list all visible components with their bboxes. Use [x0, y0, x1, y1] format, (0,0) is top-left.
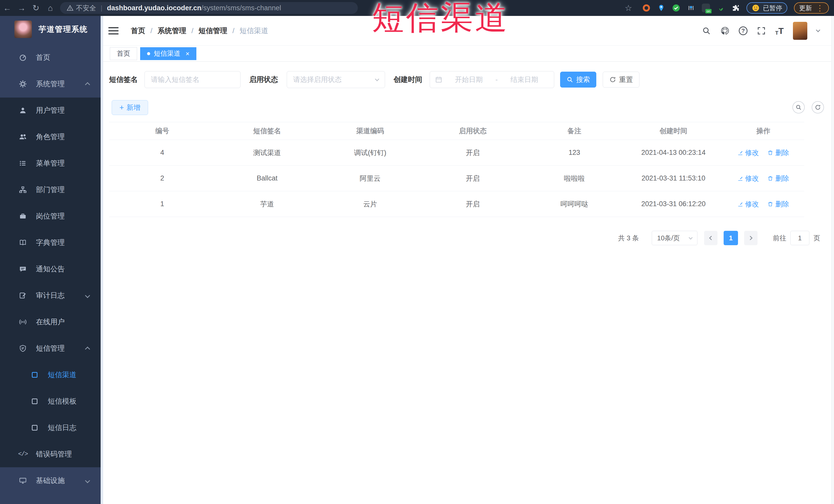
refresh-icon	[609, 76, 616, 83]
delete-link[interactable]: 删除	[768, 199, 789, 209]
forward-icon[interactable]: →	[14, 3, 29, 13]
cell-sign: 芋道	[215, 199, 319, 209]
sidebar-item-label: 菜单管理	[36, 158, 65, 168]
breadcrumb-separator: /	[233, 27, 235, 35]
sidebar-item-sms-log[interactable]: 短信日志	[0, 414, 101, 441]
tab-sms-channel[interactable]: 短信渠道 ×	[140, 47, 196, 60]
trash-icon	[768, 201, 773, 207]
breadcrumb-item[interactable]: 系统管理	[158, 26, 186, 36]
chevron-up-icon	[85, 82, 90, 87]
sprout-extension-icon[interactable]	[717, 4, 725, 12]
table-row: 4 测试渠道 调试(钉钉) 开启 123 2021-04-13 00:23:14…	[109, 140, 804, 166]
cell-status: 开启	[421, 199, 524, 209]
breadcrumb-item[interactable]: 首页	[131, 26, 145, 36]
close-icon[interactable]: ×	[185, 50, 190, 57]
sidebar-item-system-management[interactable]: 系统管理	[0, 71, 101, 97]
column-header: 渠道编码	[319, 126, 421, 136]
sliders-extension-icon[interactable]	[687, 4, 695, 12]
tab-home[interactable]: 首页	[110, 47, 137, 60]
add-button[interactable]: + 新增	[112, 100, 148, 115]
search-button[interactable]: 搜索	[560, 72, 596, 88]
font-size-icon[interactable]: TT	[775, 26, 784, 36]
gear-icon	[19, 80, 27, 88]
sidebar-item-notice[interactable]: 通知公告	[0, 256, 101, 282]
sidebar-item-menu-management[interactable]: 菜单管理	[0, 150, 101, 176]
time-label: 创建时间	[394, 75, 422, 85]
cell-remark: 呵呵呵哒	[524, 199, 624, 209]
url-domain: dashboard.yudao.iocoder.cn	[107, 4, 201, 12]
sidebar-item-online-users[interactable]: 在线用户	[0, 309, 101, 335]
sidebar-item-audit-log[interactable]: 审计日志	[0, 282, 101, 309]
browser-update-button[interactable]: 更新 ⋮	[794, 2, 829, 14]
edit-icon	[738, 150, 743, 156]
sidebar-item-infrastructure[interactable]: 基础设施	[0, 467, 101, 494]
cell-created: 2021-04-13 00:23:14	[624, 149, 722, 157]
browser-menu-icon[interactable]: ⋮	[816, 4, 824, 13]
table-row: 1 芋道 云片 开启 呵呵呵哒 2021-03-31 06:12:20 修改 删…	[109, 191, 804, 217]
search-icon[interactable]	[702, 26, 711, 36]
not-secure-chip[interactable]: 不安全	[67, 4, 96, 13]
sidebar-item-sms-template[interactable]: 短信模板	[0, 388, 101, 414]
dictionary-book-icon	[19, 238, 27, 247]
sidebar-item-label: 首页	[36, 52, 50, 62]
audit-log-icon	[19, 291, 27, 300]
refresh-table-button[interactable]	[812, 101, 824, 113]
sidebar-item-role-management[interactable]: 角色管理	[0, 124, 101, 150]
prev-page-button[interactable]	[704, 231, 718, 245]
sidebar-item-sms-channel[interactable]: 短信渠道	[0, 361, 101, 388]
delete-link[interactable]: 删除	[768, 174, 789, 183]
header-actions: ? TT	[702, 16, 820, 46]
fullscreen-icon[interactable]	[757, 26, 766, 36]
edit-link[interactable]: 修改	[738, 148, 759, 157]
breadcrumb-item-current: 短信渠道	[240, 26, 268, 36]
sidebar-item-dict-management[interactable]: 字典管理	[0, 229, 101, 256]
status-select[interactable]: 请选择启用状态	[287, 71, 385, 88]
goto-page-input[interactable]	[790, 231, 809, 245]
search-icon	[567, 76, 573, 83]
date-range-picker[interactable]: 开始日期 - 结束日期	[430, 71, 554, 88]
sidebar-scrollbar[interactable]	[101, 16, 103, 504]
github-icon[interactable]	[720, 26, 729, 36]
puzzle-extensions-icon[interactable]	[731, 4, 740, 12]
paused-extension-pill[interactable]: 已暂停	[746, 2, 787, 14]
green-check-extension-icon[interactable]	[672, 4, 680, 12]
edit-link[interactable]: 修改	[738, 199, 759, 209]
user-avatar[interactable]	[793, 22, 807, 40]
breadcrumb-item[interactable]: 短信管理	[199, 26, 227, 36]
edit-link[interactable]: 修改	[738, 174, 759, 183]
page-number-current[interactable]: 1	[724, 231, 738, 245]
avatar-caret-icon[interactable]	[816, 28, 820, 32]
sidebar-item-user-management[interactable]: 用户管理	[0, 97, 101, 124]
online-signal-icon	[19, 317, 27, 326]
sidebar-item-errorcode-management[interactable]: </> 错误码管理	[0, 441, 101, 467]
breadcrumb-separator: /	[150, 27, 152, 35]
cell-sign: Ballcat	[215, 174, 319, 182]
sms-shield-icon	[19, 344, 27, 353]
sidebar-item-sms-management[interactable]: 短信管理	[0, 335, 101, 361]
home-icon[interactable]: ⌂	[43, 3, 58, 13]
sidebar-item-post-management[interactable]: 岗位管理	[0, 203, 101, 229]
status-placeholder: 请选择启用状态	[293, 75, 342, 84]
dark-on-extension-icon[interactable]: on	[702, 4, 710, 12]
orange-ring-extension-icon[interactable]	[642, 4, 651, 12]
hamburger-icon[interactable]	[108, 26, 119, 36]
address-bar[interactable]: 不安全 | dashboard.yudao.iocoder.cn /system…	[60, 2, 358, 14]
next-page-button[interactable]	[744, 231, 758, 245]
delete-link[interactable]: 删除	[768, 148, 789, 157]
sign-input[interactable]	[145, 71, 241, 88]
back-icon[interactable]: ←	[0, 3, 14, 13]
announcement-icon	[19, 265, 27, 273]
tab-label: 首页	[117, 49, 130, 58]
page-scrollbar[interactable]	[831, 16, 834, 504]
refresh-icon	[815, 104, 821, 110]
app-logo-row[interactable]: 芋道管理系统	[14, 21, 88, 38]
toggle-search-button[interactable]	[792, 101, 805, 113]
location-pin-extension-icon[interactable]	[657, 4, 665, 12]
bookmark-star-icon[interactable]: ☆	[621, 3, 636, 13]
reload-icon[interactable]: ↻	[29, 3, 43, 13]
help-icon[interactable]: ?	[739, 26, 747, 35]
sidebar-item-home[interactable]: 首页	[0, 44, 101, 71]
reset-button[interactable]: 重置	[603, 72, 639, 88]
sidebar-item-department-management[interactable]: 部门管理	[0, 176, 101, 203]
page-size-select[interactable]: 10条/页	[652, 231, 698, 245]
